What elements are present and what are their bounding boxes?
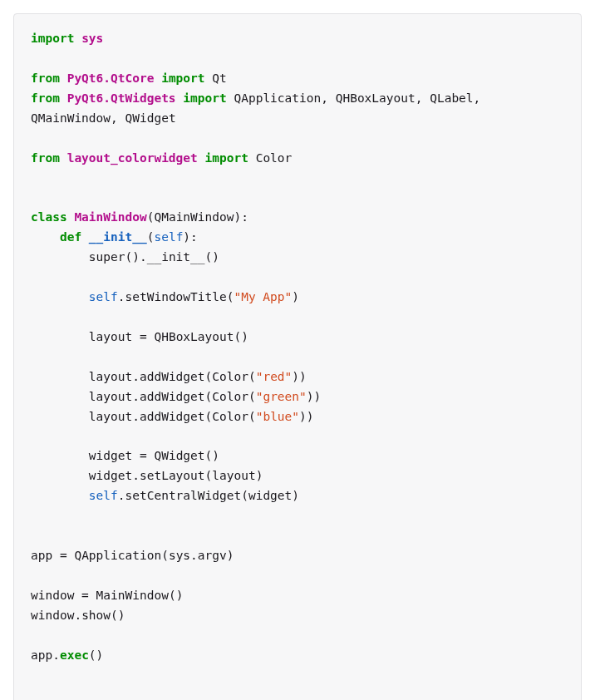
- code-block: import sys from PyQt6.QtCore import Qt f…: [13, 13, 582, 700]
- code-content: import sys from PyQt6.QtCore import Qt f…: [31, 29, 564, 666]
